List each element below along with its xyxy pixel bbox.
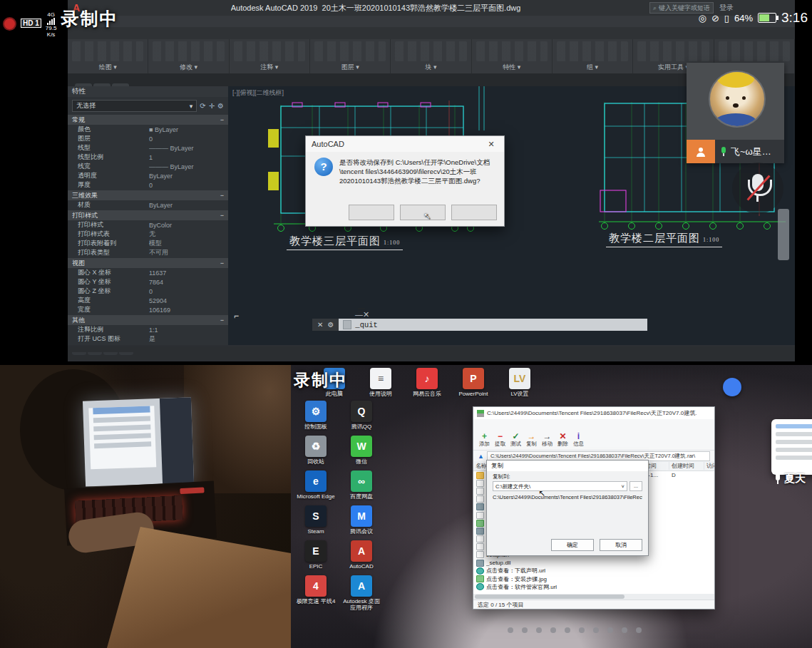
desktop-icon[interactable]: ≡ 使用说明	[360, 368, 401, 397]
property-row[interactable]: 高度 52904	[68, 296, 228, 305]
viewport-label[interactable]: [-][俯视][二维线框]	[232, 88, 284, 98]
ribbon-panel-label[interactable]: 修改 ▾	[148, 62, 228, 73]
dialog-button[interactable]	[349, 205, 394, 220]
command-bar[interactable]: ✕ ⚙ _quit	[312, 319, 647, 331]
horizontal-scrollbar[interactable]	[473, 594, 714, 600]
section-header[interactable]: 常规−	[68, 115, 228, 125]
dialog-button[interactable]	[451, 205, 497, 220]
property-row[interactable]: 圆心 X 坐标 11637	[68, 268, 228, 277]
dialog-titlebar[interactable]: AutoCAD ✕	[306, 136, 504, 152]
desktop-icon[interactable]: P PowerPoint	[453, 368, 494, 397]
page-dot[interactable]	[579, 627, 585, 633]
toolbar-button[interactable]: i 信息	[573, 432, 584, 447]
toolbar-button[interactable]: → 移动	[542, 432, 553, 447]
ok-button[interactable]: 确定	[551, 539, 594, 551]
desktop-icon[interactable]: E EPIC	[295, 540, 336, 570]
ribbon-panel-label[interactable]: 组 ▾	[553, 62, 632, 73]
file-row[interactable]: 点击查看：软件管家官网.url	[473, 583, 714, 591]
desktop-icon[interactable]: ∞ 百度网盘	[341, 470, 382, 500]
property-row[interactable]: 线型 ——— ByLayer	[68, 143, 228, 153]
page-dot[interactable]	[522, 627, 528, 633]
layout-tab[interactable]	[72, 352, 86, 355]
layout-tab[interactable]	[103, 352, 118, 355]
desktop-icon[interactable]: W 微信	[341, 436, 382, 465]
toolbar-button[interactable]: → 复制	[526, 432, 537, 447]
layout-tab[interactable]	[88, 352, 102, 355]
ribbon-panel-label[interactable]: 块 ▾	[391, 62, 471, 73]
command-close-icon[interactable]: ✕	[317, 321, 323, 329]
file-row[interactable]: 点击查看：安装步骤.jpg	[473, 575, 714, 582]
mini-floating-window[interactable]	[771, 419, 812, 475]
property-row[interactable]: 打印样式表 无	[68, 230, 228, 239]
page-dot[interactable]	[622, 627, 627, 633]
quick-select-icon[interactable]: ⚙	[217, 102, 224, 110]
property-row[interactable]: 材质 ByLayer	[68, 200, 228, 210]
archive-titlebar[interactable]: C:\Users\24499\Documents\Tencent Files\2…	[473, 407, 714, 419]
page-dot[interactable]	[536, 627, 542, 633]
floating-avatar[interactable]	[723, 378, 741, 396]
desktop-icon[interactable]: ♪ 网易云音乐	[406, 368, 448, 397]
desktop-icon[interactable]: M 腾讯会议	[341, 505, 382, 535]
page-dot[interactable]	[593, 627, 599, 633]
property-row[interactable]: 图层 0	[68, 134, 228, 143]
property-row[interactable]: 圆心 Y 坐标 7864	[68, 277, 228, 287]
toolbar-button[interactable]: ✕ 删除	[557, 432, 568, 447]
property-row[interactable]: 颜色 ■ ByLayer	[68, 125, 228, 134]
up-folder-icon[interactable]: ▲	[478, 453, 484, 460]
property-row[interactable]: 打印表类型 不可用	[68, 248, 228, 257]
property-row[interactable]: 厚度 0	[68, 180, 228, 190]
page-dot[interactable]	[607, 627, 613, 633]
page-dot[interactable]	[508, 627, 513, 633]
property-row[interactable]: 宽度 106169	[68, 305, 228, 314]
desktop-icon[interactable]: A Autodesk 桌面应用程序	[341, 575, 382, 611]
desktop-icon[interactable]: A AutoCAD	[341, 540, 382, 570]
ribbon-panel-label[interactable]: 特性 ▾	[472, 62, 552, 73]
select-objects-icon[interactable]: ✛	[209, 102, 215, 110]
copy-dialog-titlebar[interactable]: 复制	[487, 461, 648, 471]
command-input[interactable]: _quit	[339, 319, 647, 331]
property-row[interactable]: 线型比例 1	[68, 153, 228, 162]
property-row[interactable]: 打印表附着到 模型	[68, 239, 228, 248]
section-header[interactable]: 三维效果−	[68, 190, 228, 200]
page-dot[interactable]	[565, 627, 570, 633]
property-row[interactable]: 圆心 Z 坐标 0	[68, 287, 228, 296]
desktop-icon[interactable]: LV LV设置	[499, 368, 540, 397]
desktop-icon[interactable]: e Microsoft Edge	[295, 470, 336, 500]
desktop-icon[interactable]: ⚙ 控制面板	[295, 401, 336, 430]
ribbon-panel-label[interactable]: 绘图 ▾	[68, 62, 148, 73]
participant-tile[interactable]: 飞~ω星…	[687, 63, 784, 163]
dialog-close-icon[interactable]: ✕	[484, 140, 498, 149]
ribbon-panel-label[interactable]: 图层 ▾	[310, 62, 390, 73]
toolbar-button[interactable]: − 提取	[495, 432, 505, 447]
property-row[interactable]: 打印样式 ByColor	[68, 220, 228, 230]
browse-button[interactable]: ...	[629, 481, 642, 491]
destination-input[interactable]: C:\新建文件夹\ ˅	[493, 481, 627, 491]
layout-tab[interactable]	[119, 352, 133, 355]
page-dot[interactable]	[550, 627, 556, 633]
navigation-bar[interactable]	[778, 209, 789, 260]
property-row[interactable]: 打开 UCS 图标 是	[68, 334, 228, 344]
section-header[interactable]: 其他−	[68, 315, 228, 325]
dropdown-icon[interactable]: ˅	[622, 483, 625, 490]
column-header[interactable]: 访问时间	[704, 462, 714, 470]
page-dot[interactable]	[636, 627, 642, 633]
desktop-icon[interactable]: 4 极限竞速 平线4	[295, 575, 336, 611]
mute-microphone-button[interactable]	[732, 163, 783, 214]
command-tools-icon[interactable]: ⚙	[327, 321, 334, 329]
property-row[interactable]: 注释比例 1:1	[68, 325, 228, 334]
desktop-icon[interactable]: S Steam	[295, 505, 336, 535]
toolbar-button[interactable]: + 添加	[479, 432, 490, 447]
property-row[interactable]: 透明度 ByLayer	[68, 171, 228, 180]
cancel-button[interactable]: 取消	[600, 539, 642, 551]
column-header[interactable]: 创建时间	[669, 462, 704, 470]
desktop-icon[interactable]: ♻ 回收站	[295, 436, 336, 465]
file-row[interactable]: _setup.dll	[473, 559, 714, 567]
selection-dropdown[interactable]: 无选择▾	[72, 100, 197, 112]
ribbon-panel-label[interactable]: 注释 ▾	[230, 62, 309, 73]
toggle-pickadd-icon[interactable]: ⟳	[200, 102, 205, 110]
toolbar-button[interactable]: ✓ 测试	[510, 432, 521, 447]
dialog-button[interactable]	[400, 205, 446, 220]
desktop-icon[interactable]: Q 腾讯QQ	[341, 401, 382, 430]
section-header[interactable]: 视图−	[68, 258, 228, 268]
property-row[interactable]: 线宽 ——— ByLayer	[68, 162, 228, 171]
